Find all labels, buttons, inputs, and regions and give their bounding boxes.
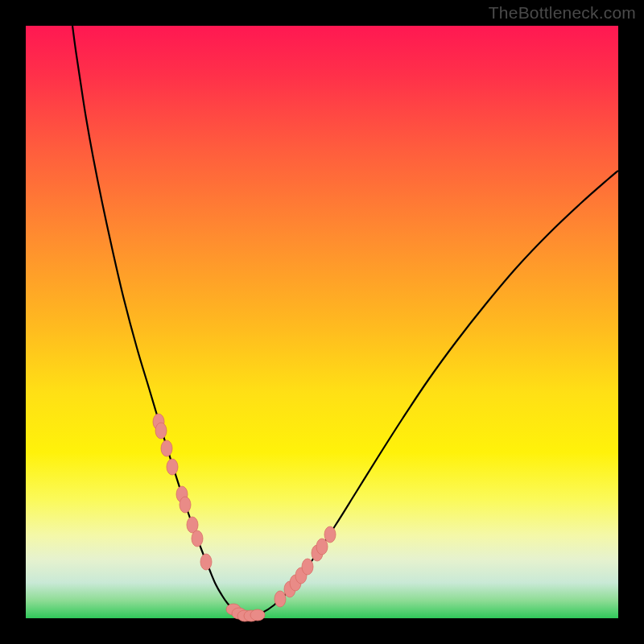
data-markers — [153, 414, 336, 621]
data-marker — [275, 591, 286, 607]
curve-right — [245, 171, 618, 616]
chart-frame: TheBottleneck.com — [0, 0, 644, 644]
watermark-text: TheBottleneck.com — [489, 3, 636, 23]
data-marker — [180, 497, 191, 513]
data-marker — [316, 539, 328, 555]
data-marker — [155, 423, 167, 439]
plot-gradient-background — [26, 26, 618, 618]
data-marker — [200, 554, 212, 570]
curve-left — [72, 26, 245, 616]
data-marker — [250, 609, 265, 621]
data-marker — [302, 559, 313, 575]
data-marker — [161, 440, 172, 456]
curve-layer — [26, 26, 618, 618]
data-marker — [192, 530, 203, 547]
data-marker — [167, 459, 178, 475]
data-marker — [324, 526, 336, 543]
